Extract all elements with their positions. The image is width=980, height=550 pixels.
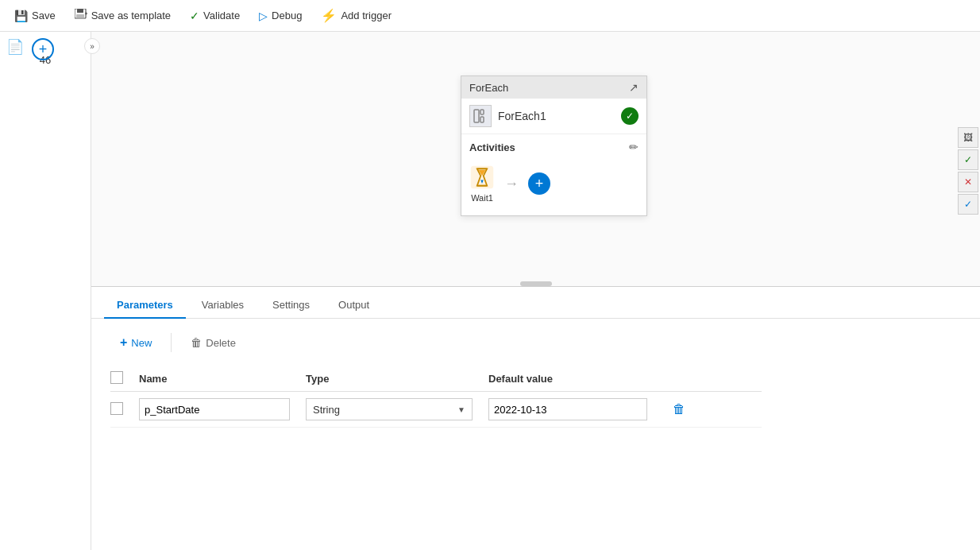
debug-label: Debug: [272, 10, 302, 21]
svg-rect-6: [480, 110, 484, 114]
row-0-checkbox[interactable]: [110, 402, 123, 415]
save-label: Save: [32, 10, 56, 21]
svg-rect-7: [480, 117, 484, 122]
activities-edit-button[interactable]: ✏: [629, 141, 639, 153]
wait-label: Wait1: [471, 193, 493, 203]
tab-output[interactable]: Output: [326, 292, 382, 319]
header-checkbox[interactable]: [110, 371, 123, 384]
canvas-area: ForEach ↗ ForEach1 ✓ Activities: [91, 32, 980, 286]
activities-section: Activities ✏ Wait1: [461, 134, 646, 215]
foreach-header-title: ForEach: [469, 82, 508, 94]
row-0-delete-button[interactable]: 🗑: [669, 399, 689, 420]
params-content: + New 🗑 Delete Name Type Def: [91, 319, 980, 440]
row-checkbox-cell: [110, 402, 139, 417]
delete-param-button[interactable]: 🗑 Delete: [181, 332, 245, 353]
table-row: String ▼ 🗑: [110, 392, 762, 428]
activities-row: Wait1 → +: [469, 161, 639, 209]
bottom-panel: Parameters Variables Settings Output + N…: [91, 286, 980, 550]
new-label: New: [131, 337, 152, 349]
svg-rect-5: [474, 110, 479, 122]
row-0-type-cell: String ▼: [306, 398, 488, 420]
sidebar-add-button[interactable]: +: [32, 38, 54, 60]
check-green-icon: ✓: [964, 154, 972, 165]
activities-label: Activities: [469, 141, 515, 153]
sidebar-page-icon: 📄: [6, 38, 24, 56]
new-param-button[interactable]: + New: [110, 331, 161, 354]
save-icon: 💾: [14, 10, 28, 22]
row-0-name-input[interactable]: [139, 398, 290, 420]
validate-label: Validate: [203, 10, 240, 21]
wait-icon: [469, 165, 495, 190]
flow-arrow: →: [504, 176, 519, 192]
tab-settings[interactable]: Settings: [260, 292, 322, 319]
validate-icon: ✓: [190, 10, 199, 22]
panel-check-green-button[interactable]: ✓: [958, 149, 978, 170]
row-0-type-text: String: [313, 404, 340, 416]
right-side-panel: 🖼 ✓ ✕ ✓: [958, 127, 980, 215]
params-table: Name Type Default value String: [110, 366, 762, 428]
header-type: Type: [306, 373, 488, 385]
save-template-icon: [75, 9, 87, 22]
trigger-icon: ⚡: [321, 8, 337, 23]
debug-icon: ▷: [259, 10, 268, 22]
row-0-default-cell: [488, 398, 663, 420]
tab-variables[interactable]: Variables: [189, 292, 257, 319]
image-icon: 🖼: [963, 132, 973, 143]
svg-rect-1: [77, 9, 83, 13]
save-template-button[interactable]: Save as template: [67, 6, 179, 25]
sidebar-chevron-button[interactable]: »: [84, 38, 100, 54]
foreach-expand-button[interactable]: ↗: [629, 81, 639, 94]
main-area: ForEach ↗ ForEach1 ✓ Activities: [91, 32, 980, 550]
foreach-header: ForEach ↗: [461, 76, 646, 99]
wait-activity: Wait1: [469, 165, 495, 203]
foreach-check-indicator: ✓: [621, 107, 639, 125]
delete-icon: 🗑: [191, 336, 202, 349]
save-template-label: Save as template: [91, 10, 171, 21]
toolbar-separator: [171, 333, 172, 352]
panel-check-blue-button[interactable]: ✓: [958, 194, 978, 215]
svg-rect-2: [76, 14, 84, 17]
row-0-default-input[interactable]: [488, 398, 647, 420]
check-blue-icon: ✓: [964, 199, 972, 210]
panel-x-red-button[interactable]: ✕: [958, 172, 978, 192]
debug-button[interactable]: ▷ Debug: [251, 6, 310, 25]
validate-button[interactable]: ✓ Validate: [182, 6, 248, 25]
plus-icon: +: [120, 335, 127, 350]
header-default-value: Default value: [488, 373, 663, 385]
params-toolbar: + New 🗑 Delete: [110, 331, 961, 354]
foreach-card: ForEach ↗ ForEach1 ✓ Activities: [461, 76, 647, 216]
foreach-node-icon: [469, 105, 492, 127]
foreach-node-name: ForEach1: [498, 110, 615, 122]
foreach-header-left: ForEach: [469, 82, 508, 94]
save-button[interactable]: 💾 Save: [6, 6, 64, 25]
row-0-type-select[interactable]: String ▼: [306, 398, 473, 420]
toolbar: 💾 Save Save as template ✓ Validate ▷ Deb…: [0, 0, 980, 32]
add-activity-button[interactable]: +: [528, 172, 550, 195]
chevron-down-icon: ▼: [457, 405, 465, 414]
table-header-row: Name Type Default value: [110, 366, 762, 392]
x-red-icon: ✕: [964, 176, 972, 188]
panel-image-button[interactable]: 🖼: [958, 127, 978, 148]
add-trigger-button[interactable]: ⚡ Add trigger: [313, 5, 399, 26]
activities-header: Activities ✏: [469, 141, 639, 153]
tabs-bar: Parameters Variables Settings Output: [91, 287, 980, 319]
row-0-name-cell: [139, 398, 306, 420]
tab-parameters[interactable]: Parameters: [104, 292, 186, 319]
delete-label: Delete: [206, 337, 236, 349]
header-name: Name: [139, 373, 306, 385]
header-checkbox-col: [110, 371, 139, 386]
foreach-title-row: ForEach1 ✓: [461, 99, 646, 134]
add-trigger-label: Add trigger: [341, 10, 392, 21]
row-0-actions: 🗑: [663, 399, 695, 420]
left-sidebar: » 📄 + 46: [0, 32, 91, 550]
